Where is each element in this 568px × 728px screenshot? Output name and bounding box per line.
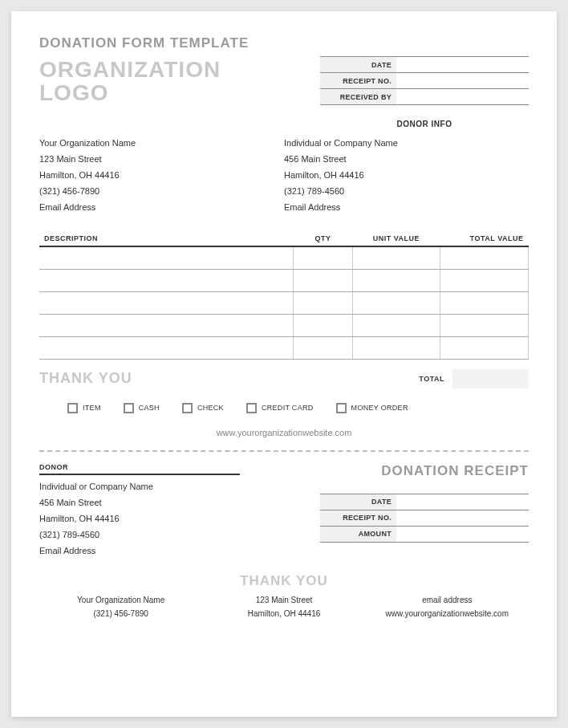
receipt-no-field[interactable] [396,73,529,89]
payment-label: ITEM [83,404,101,412]
table-row[interactable] [39,314,529,336]
checkbox-icon[interactable] [182,403,193,413]
page-title: DONATION FORM TEMPLATE [39,35,529,51]
payment-label: CASH [139,404,160,412]
footer-email: email address [366,596,529,604]
footer-street: 123 Main Street [202,596,365,604]
footer-org-phone: (321) 456-7890 [39,609,202,618]
receipt-no-field-2[interactable] [396,510,529,526]
receipt-donor-phone: (321) 789-4560 [39,530,320,539]
receipt-donor-block: Individual or Company Name 456 Main Stre… [39,482,320,555]
header-row: ORGANIZATION LOGO DATE RECEIPT NO. RECEI… [39,56,529,105]
org-phone: (321) 456-7890 [39,186,284,196]
footer-website: www.yourorganizationwebsite.com [366,609,529,618]
receipt-donor-name: Individual or Company Name [39,482,320,491]
payment-option-item[interactable]: ITEM [67,403,101,413]
payment-option-check[interactable]: CHECK [182,403,224,413]
receipt-title: DONATION RECEIPT [320,463,529,479]
receipt-header-row: DONOR Individual or Company Name 456 Mai… [39,463,529,562]
receipt-date-field[interactable] [396,494,529,510]
receipt-date-label: DATE [320,494,396,510]
org-city: Hamilton, OH 44416 [39,170,284,180]
table-row[interactable] [39,269,529,291]
payment-label: MONEY ORDER [351,404,408,412]
col-total-value: TOTAL VALUE [440,231,529,246]
org-address-block: Your Organization Name 123 Main Street H… [39,138,284,218]
donor-street: 456 Main Street [284,154,529,164]
donor-email: Email Address [284,202,529,212]
date-label: DATE [320,57,396,73]
payment-option-cash[interactable]: CASH [124,403,160,413]
website-text: www.yourorganizationwebsite.com [39,428,529,437]
receipt-donor-city: Hamilton, OH 44416 [39,514,320,523]
donor-city: Hamilton, OH 44416 [284,170,529,180]
donation-form-page: DONATION FORM TEMPLATE ORGANIZATION LOGO… [11,11,557,717]
receipt-no-label: RECEIPT NO. [320,73,396,89]
org-street: 123 Main Street [39,154,284,164]
col-unit-value: UNIT VALUE [352,231,440,246]
payment-label: CREDIT CARD [262,404,314,412]
checkbox-icon[interactable] [336,403,347,413]
footer-col-address: 123 Main Street Hamilton, OH 44416 [202,596,365,623]
col-description: DESCRIPTION [39,231,294,246]
received-by-field[interactable] [396,89,529,105]
col-qty: QTY [294,231,352,246]
footer-city: Hamilton, OH 44416 [202,609,365,618]
received-by-label: RECEIVED BY [320,89,396,105]
logo-line1: ORGANIZATION [39,57,221,82]
meta-table: DATE RECEIPT NO. RECEIVED BY [320,56,529,105]
receipt-donor-email: Email Address [39,546,320,555]
address-columns: Your Organization Name 123 Main Street H… [39,138,529,218]
tear-line [39,450,529,452]
footer-row: Your Organization Name (321) 456-7890 12… [39,596,529,623]
organization-logo-placeholder: ORGANIZATION LOGO [39,58,221,105]
logo-line2: LOGO [39,80,108,105]
org-name: Your Organization Name [39,138,284,148]
receipt-no-label-2: RECEIPT NO. [320,510,396,526]
thank-you-text: THANK YOU [39,370,132,387]
footer-org-name: Your Organization Name [39,596,202,604]
checkbox-icon[interactable] [124,403,134,413]
donor-section-label: DONOR [39,463,240,475]
payment-options: ITEM CASH CHECK CREDIT CARD MONEY ORDER [67,403,529,413]
payment-label: CHECK [197,404,224,412]
donor-address-block: Individual or Company Name 456 Main Stre… [284,138,529,218]
total-label: TOTAL [419,375,444,383]
receipt-donor-street: 456 Main Street [39,498,320,507]
thank-you-center: THANK YOU [39,573,529,589]
table-row[interactable] [39,336,529,359]
donor-info-header: DONOR INFO [320,120,529,128]
payment-option-money-order[interactable]: MONEY ORDER [336,403,408,413]
receipt-meta-table: DATE RECEIPT NO. AMOUNT [320,494,529,543]
line-items-table: DESCRIPTION QTY UNIT VALUE TOTAL VALUE [39,231,529,360]
checkbox-icon[interactable] [67,403,78,413]
org-email: Email Address [39,202,284,212]
table-row[interactable] [39,246,529,269]
checkbox-icon[interactable] [246,403,257,413]
thank-total-row: THANK YOU TOTAL [39,369,529,388]
footer-col-org: Your Organization Name (321) 456-7890 [39,596,202,623]
donor-phone: (321) 789-4560 [284,186,529,196]
date-field[interactable] [396,57,529,73]
table-row[interactable] [39,291,529,314]
payment-option-credit-card[interactable]: CREDIT CARD [246,403,314,413]
donor-name: Individual or Company Name [284,138,529,148]
total-value-box[interactable] [452,369,529,388]
footer-col-contact: email address www.yourorganizationwebsit… [366,596,529,623]
receipt-amount-label: AMOUNT [320,526,396,542]
receipt-amount-field[interactable] [396,526,529,542]
